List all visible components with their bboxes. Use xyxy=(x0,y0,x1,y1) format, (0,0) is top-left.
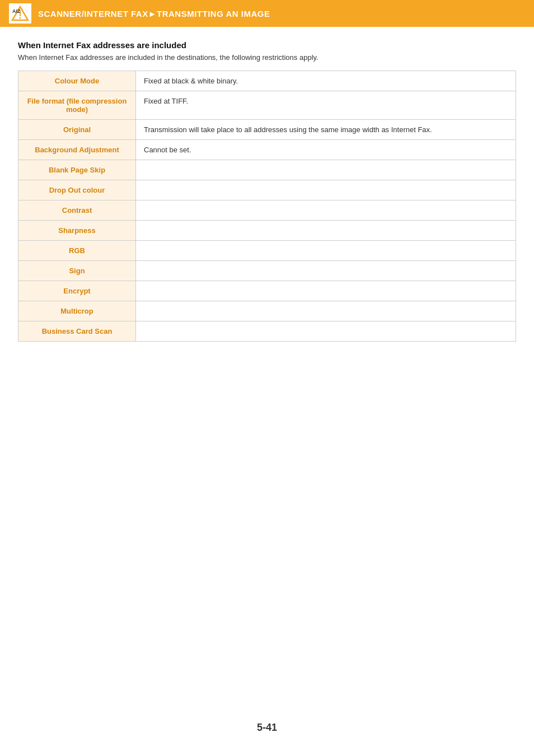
table-row: Multicrop xyxy=(18,301,516,321)
table-row: Colour ModeFixed at black & white binary… xyxy=(18,71,516,91)
table-label-cell: RGB xyxy=(18,241,136,261)
section-description: When Internet Fax addresses are included… xyxy=(18,53,516,62)
table-value-cell xyxy=(136,241,516,261)
page-header: AIZ SCANNER/INTERNET FAX►TRANSMITTING AN… xyxy=(0,0,534,27)
header-title-part2: TRANSMITTING AN IMAGE xyxy=(157,9,270,18)
table-value-cell xyxy=(136,301,516,321)
table-label-cell: Contrast xyxy=(18,200,136,221)
table-value-cell: Transmission will take place to all addr… xyxy=(136,120,516,140)
table-label-cell: Sign xyxy=(18,261,136,281)
table-value-cell xyxy=(136,281,516,301)
table-row: Blank Page Skip xyxy=(18,160,516,180)
table-value-cell xyxy=(136,261,516,281)
table-value-cell: Cannot be set. xyxy=(136,140,516,160)
table-value-cell: Fixed at black & white binary. xyxy=(136,71,516,91)
table-row: RGB xyxy=(18,241,516,261)
table-value-cell xyxy=(136,200,516,221)
table-row: Sharpness xyxy=(18,221,516,241)
header-arrow: ► xyxy=(148,9,157,18)
table-label-cell: Multicrop xyxy=(18,301,136,321)
table-label-cell: Background Adjustment xyxy=(18,140,136,160)
page-footer: 5-41 xyxy=(0,722,534,734)
table-row: Business Card Scan xyxy=(18,321,516,342)
table-label-cell: Encrypt xyxy=(18,281,136,301)
table-row: OriginalTransmission will take place to … xyxy=(18,120,516,140)
table-label-cell: Sharpness xyxy=(18,221,136,241)
table-label-cell: Business Card Scan xyxy=(18,321,136,342)
svg-point-3 xyxy=(20,17,21,19)
page-number: 5-41 xyxy=(257,722,277,733)
table-label-cell: File format (file compression mode) xyxy=(18,91,136,120)
table-row: Encrypt xyxy=(18,281,516,301)
restrictions-table: Colour ModeFixed at black & white binary… xyxy=(18,71,516,342)
main-content: When Internet Fax addresses are included… xyxy=(0,27,534,355)
section-title: When Internet Fax addresses are included xyxy=(18,40,516,50)
table-row: Contrast xyxy=(18,200,516,221)
header-title: SCANNER/INTERNET FAX►TRANSMITTING AN IMA… xyxy=(38,9,270,18)
table-label-cell: Drop Out colour xyxy=(18,180,136,200)
table-row: Sign xyxy=(18,261,516,281)
table-label-cell: Blank Page Skip xyxy=(18,160,136,180)
svg-text:AIZ: AIZ xyxy=(12,8,21,14)
logo: AIZ xyxy=(9,3,31,24)
table-label-cell: Colour Mode xyxy=(18,71,136,91)
table-value-cell xyxy=(136,321,516,342)
table-row: Drop Out colour xyxy=(18,180,516,200)
table-value-cell xyxy=(136,221,516,241)
table-value-cell xyxy=(136,160,516,180)
table-row: File format (file compression mode)Fixed… xyxy=(18,91,516,120)
table-value-cell: Fixed at TIFF. xyxy=(136,91,516,120)
table-row: Background AdjustmentCannot be set. xyxy=(18,140,516,160)
table-value-cell xyxy=(136,180,516,200)
table-label-cell: Original xyxy=(18,120,136,140)
header-title-part1: SCANNER/INTERNET FAX xyxy=(38,9,148,18)
